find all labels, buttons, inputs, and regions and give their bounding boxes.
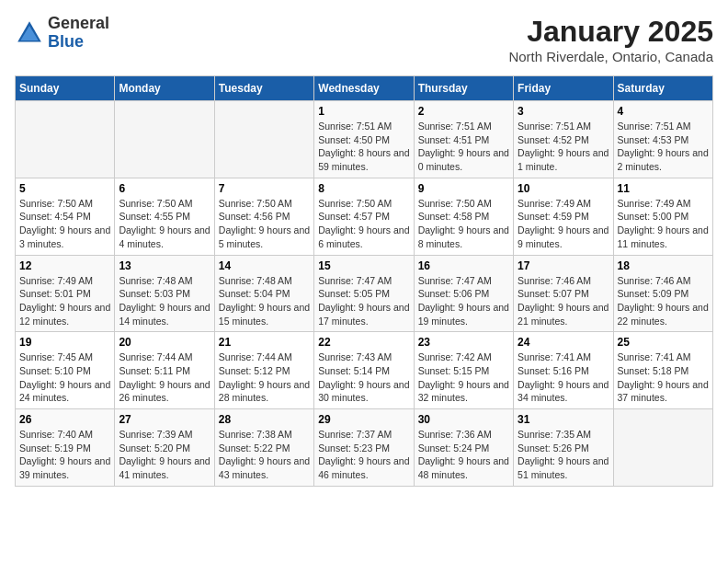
day-info: Sunrise: 7:51 AM Sunset: 4:51 PM Dayligh… (418, 120, 509, 174)
calendar-cell: 31Sunrise: 7:35 AM Sunset: 5:26 PM Dayli… (514, 409, 613, 487)
calendar-cell: 22Sunrise: 7:43 AM Sunset: 5:14 PM Dayli… (314, 332, 414, 409)
calendar-cell: 23Sunrise: 7:42 AM Sunset: 5:15 PM Dayli… (414, 332, 513, 409)
day-number: 28 (219, 413, 310, 426)
day-info: Sunrise: 7:40 AM Sunset: 5:19 PM Dayligh… (19, 428, 110, 482)
calendar-header: SundayMondayTuesdayWednesdayThursdayFrid… (16, 76, 713, 101)
day-number: 14 (219, 259, 310, 272)
day-number: 21 (219, 336, 310, 349)
day-info: Sunrise: 7:41 AM Sunset: 5:16 PM Dayligh… (518, 350, 609, 405)
calendar-cell: 3Sunrise: 7:51 AM Sunset: 4:52 PM Daylig… (514, 101, 613, 178)
weekday-header-wednesday: Wednesday (314, 76, 414, 101)
day-number: 31 (518, 413, 609, 426)
day-number: 1 (318, 105, 409, 118)
day-number: 26 (19, 413, 110, 426)
calendar-cell: 20Sunrise: 7:44 AM Sunset: 5:11 PM Dayli… (115, 332, 214, 409)
calendar-cell: 1Sunrise: 7:51 AM Sunset: 4:50 PM Daylig… (314, 101, 414, 178)
day-number: 8 (318, 182, 409, 195)
day-number: 15 (318, 259, 409, 272)
day-number: 19 (19, 336, 110, 349)
logo-icon (15, 18, 44, 48)
day-info: Sunrise: 7:49 AM Sunset: 5:00 PM Dayligh… (618, 197, 709, 251)
day-number: 24 (518, 336, 609, 349)
day-info: Sunrise: 7:48 AM Sunset: 5:04 PM Dayligh… (219, 274, 310, 328)
day-info: Sunrise: 7:44 AM Sunset: 5:11 PM Dayligh… (119, 350, 210, 405)
day-info: Sunrise: 7:43 AM Sunset: 5:14 PM Dayligh… (318, 350, 409, 405)
day-number: 2 (418, 105, 509, 118)
calendar-cell: 5Sunrise: 7:50 AM Sunset: 4:54 PM Daylig… (16, 178, 115, 255)
calendar-table: SundayMondayTuesdayWednesdayThursdayFrid… (15, 75, 713, 487)
calendar-cell: 6Sunrise: 7:50 AM Sunset: 4:55 PM Daylig… (115, 178, 214, 255)
calendar-cell: 25Sunrise: 7:41 AM Sunset: 5:18 PM Dayli… (613, 332, 712, 409)
day-info: Sunrise: 7:46 AM Sunset: 5:07 PM Dayligh… (518, 274, 609, 328)
day-info: Sunrise: 7:50 AM Sunset: 4:56 PM Dayligh… (219, 197, 310, 251)
day-number: 16 (418, 259, 509, 272)
weekday-header-thursday: Thursday (414, 76, 513, 101)
calendar-cell: 11Sunrise: 7:49 AM Sunset: 5:00 PM Dayli… (613, 178, 712, 255)
calendar-week-3: 12Sunrise: 7:49 AM Sunset: 5:01 PM Dayli… (16, 255, 713, 332)
calendar-cell: 15Sunrise: 7:47 AM Sunset: 5:05 PM Dayli… (314, 255, 414, 332)
calendar-cell: 13Sunrise: 7:48 AM Sunset: 5:03 PM Dayli… (115, 255, 214, 332)
calendar-cell (613, 409, 712, 487)
calendar-cell (115, 101, 214, 178)
calendar-week-5: 26Sunrise: 7:40 AM Sunset: 5:19 PM Dayli… (16, 409, 713, 487)
calendar-cell (214, 101, 313, 178)
day-number: 7 (219, 182, 310, 195)
calendar-cell (16, 101, 115, 178)
day-number: 30 (418, 413, 509, 426)
title-block: January 2025 North Riverdale, Ontario, C… (508, 15, 713, 64)
day-info: Sunrise: 7:35 AM Sunset: 5:26 PM Dayligh… (518, 428, 609, 482)
day-info: Sunrise: 7:51 AM Sunset: 4:50 PM Dayligh… (318, 120, 409, 174)
day-info: Sunrise: 7:39 AM Sunset: 5:20 PM Dayligh… (119, 428, 210, 482)
calendar-cell: 2Sunrise: 7:51 AM Sunset: 4:51 PM Daylig… (414, 101, 513, 178)
calendar-cell: 21Sunrise: 7:44 AM Sunset: 5:12 PM Dayli… (214, 332, 313, 409)
calendar-cell: 27Sunrise: 7:39 AM Sunset: 5:20 PM Dayli… (115, 409, 214, 487)
day-number: 9 (418, 182, 509, 195)
calendar-cell: 8Sunrise: 7:50 AM Sunset: 4:57 PM Daylig… (314, 178, 414, 255)
weekday-header-sunday: Sunday (16, 76, 115, 101)
logo-text-blue: Blue (48, 32, 84, 51)
calendar-cell: 7Sunrise: 7:50 AM Sunset: 4:56 PM Daylig… (214, 178, 313, 255)
calendar-week-2: 5Sunrise: 7:50 AM Sunset: 4:54 PM Daylig… (16, 178, 713, 255)
day-number: 22 (318, 336, 409, 349)
day-number: 17 (518, 259, 609, 272)
day-number: 18 (618, 259, 709, 272)
day-number: 12 (19, 259, 110, 272)
calendar-cell: 10Sunrise: 7:49 AM Sunset: 4:59 PM Dayli… (514, 178, 613, 255)
day-info: Sunrise: 7:44 AM Sunset: 5:12 PM Dayligh… (219, 350, 310, 405)
calendar-cell: 24Sunrise: 7:41 AM Sunset: 5:16 PM Dayli… (514, 332, 613, 409)
day-number: 25 (618, 336, 709, 349)
day-number: 10 (518, 182, 609, 195)
day-info: Sunrise: 7:50 AM Sunset: 4:58 PM Dayligh… (418, 197, 509, 251)
day-info: Sunrise: 7:48 AM Sunset: 5:03 PM Dayligh… (119, 274, 210, 328)
calendar-cell: 19Sunrise: 7:45 AM Sunset: 5:10 PM Dayli… (16, 332, 115, 409)
day-info: Sunrise: 7:38 AM Sunset: 5:22 PM Dayligh… (219, 428, 310, 482)
day-info: Sunrise: 7:50 AM Sunset: 4:54 PM Dayligh… (19, 197, 110, 251)
day-number: 20 (119, 336, 210, 349)
calendar-title: January 2025 (508, 15, 713, 49)
day-info: Sunrise: 7:51 AM Sunset: 4:53 PM Dayligh… (618, 120, 709, 174)
weekday-header-tuesday: Tuesday (214, 76, 313, 101)
day-info: Sunrise: 7:37 AM Sunset: 5:23 PM Dayligh… (318, 428, 409, 482)
weekday-header-friday: Friday (514, 76, 613, 101)
day-info: Sunrise: 7:42 AM Sunset: 5:15 PM Dayligh… (418, 350, 509, 405)
day-info: Sunrise: 7:49 AM Sunset: 5:01 PM Dayligh… (19, 274, 110, 328)
day-number: 4 (618, 105, 709, 118)
day-info: Sunrise: 7:47 AM Sunset: 5:06 PM Dayligh… (418, 274, 509, 328)
calendar-cell: 12Sunrise: 7:49 AM Sunset: 5:01 PM Dayli… (16, 255, 115, 332)
calendar-cell: 14Sunrise: 7:48 AM Sunset: 5:04 PM Dayli… (214, 255, 313, 332)
calendar-subtitle: North Riverdale, Ontario, Canada (508, 49, 713, 64)
logo: General Blue (15, 15, 109, 52)
day-number: 5 (19, 182, 110, 195)
calendar-cell: 26Sunrise: 7:40 AM Sunset: 5:19 PM Dayli… (16, 409, 115, 487)
day-number: 3 (518, 105, 609, 118)
calendar-cell: 18Sunrise: 7:46 AM Sunset: 5:09 PM Dayli… (613, 255, 712, 332)
day-info: Sunrise: 7:50 AM Sunset: 4:55 PM Dayligh… (119, 197, 210, 251)
calendar-cell: 30Sunrise: 7:36 AM Sunset: 5:24 PM Dayli… (414, 409, 513, 487)
day-info: Sunrise: 7:45 AM Sunset: 5:10 PM Dayligh… (19, 350, 110, 405)
day-info: Sunrise: 7:47 AM Sunset: 5:05 PM Dayligh… (318, 274, 409, 328)
day-number: 6 (119, 182, 210, 195)
day-number: 11 (618, 182, 709, 195)
day-info: Sunrise: 7:36 AM Sunset: 5:24 PM Dayligh… (418, 428, 509, 482)
day-info: Sunrise: 7:50 AM Sunset: 4:57 PM Dayligh… (318, 197, 409, 251)
logo-text-general: General (48, 14, 109, 32)
